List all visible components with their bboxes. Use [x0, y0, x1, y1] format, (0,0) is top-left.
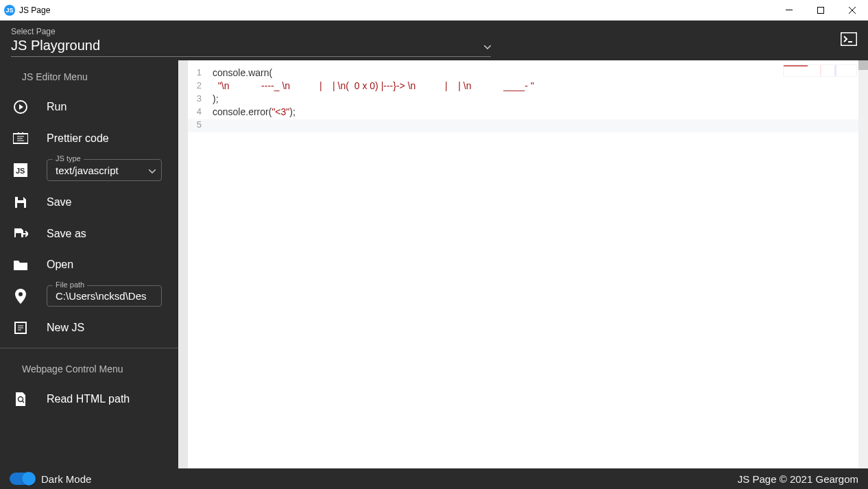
new-file-icon — [12, 321, 29, 335]
svg-rect-0 — [786, 10, 793, 10]
save-icon — [12, 195, 29, 209]
window-titlebar: JS JS Page — [0, 0, 868, 21]
page-select-field[interactable]: JS Playground — [11, 38, 491, 57]
js-type-value: text/javascript — [56, 165, 149, 176]
file-path-value: C:\Users\ncksd\Des — [56, 290, 156, 302]
menu-item-open[interactable]: Open — [0, 250, 178, 280]
js-type-select[interactable]: JS type text/javascript — [47, 159, 162, 181]
line-number: 4 — [188, 106, 213, 119]
line-number: 1 — [188, 67, 213, 80]
menu-label: Save as — [47, 228, 86, 240]
app-header: Select Page JS Playground — [0, 21, 868, 60]
close-button[interactable] — [836, 0, 868, 21]
svg-text:JS: JS — [16, 167, 25, 175]
dark-mode-toggle-wrap: Dark Mode — [10, 473, 91, 485]
menu-label: Open — [47, 259, 73, 271]
maximize-button[interactable] — [805, 0, 836, 21]
footer-copyright: JS Page © 2021 Geargom — [738, 473, 858, 485]
code-line[interactable]: 5 — [188, 119, 868, 132]
dark-mode-switch[interactable] — [10, 473, 34, 485]
js-icon: JS — [12, 163, 29, 177]
editor-minimap[interactable] — [783, 64, 857, 77]
maximize-icon — [817, 7, 824, 14]
code-editor[interactable]: 1 console.warn( 2 "\n ----_ \n | | \n( 0… — [188, 60, 868, 468]
app-icon: JS — [4, 5, 15, 16]
svg-rect-1 — [818, 7, 824, 13]
svg-rect-11 — [17, 203, 24, 208]
code-content: "\n ----_ \n | | \n( 0 x 0) |---}-> \n |… — [213, 80, 534, 93]
js-type-legend: JS type — [53, 154, 84, 163]
line-number: 2 — [188, 80, 213, 93]
main-area: JS Editor Menu Run Prettier code JS JS t… — [0, 60, 868, 468]
minimize-button[interactable] — [773, 0, 805, 21]
svg-rect-2 — [841, 33, 857, 46]
sidebar-divider — [0, 348, 178, 348]
sidebar[interactable]: JS Editor Menu Run Prettier code JS JS t… — [0, 60, 178, 468]
menu-item-prettier[interactable]: Prettier code — [0, 123, 178, 154]
window-title: JS Page — [19, 5, 50, 15]
file-path-input[interactable]: File path C:\Users\ncksd\Des — [47, 285, 162, 307]
svg-rect-13 — [16, 233, 21, 237]
search-file-icon — [12, 392, 29, 407]
menu-item-new-js[interactable]: New JS — [0, 312, 178, 344]
code-line[interactable]: 2 "\n ----_ \n | | \n( 0 x 0) |---}-> \n… — [188, 80, 868, 93]
status-bar: Dark Mode JS Page © 2021 Geargom — [0, 468, 868, 489]
code-content: console.error("<3"); — [213, 106, 296, 119]
menu-label: Prettier code — [47, 132, 109, 145]
minimize-icon — [786, 10, 793, 10]
dark-mode-label: Dark Mode — [41, 473, 91, 485]
code-content: ); — [213, 93, 219, 106]
close-icon — [849, 7, 856, 14]
editor-scrollbar[interactable] — [858, 60, 868, 468]
file-path-row: File path C:\Users\ncksd\Des — [0, 280, 178, 312]
window-controls — [773, 0, 868, 21]
menu-label: Save — [47, 196, 71, 208]
menu-item-save-as[interactable]: Save as — [0, 218, 178, 250]
editor-area: 1 console.warn( 2 "\n ----_ \n | | \n( 0… — [178, 60, 868, 468]
page-select-label: Select Page — [11, 27, 491, 36]
code-line[interactable]: 1 console.warn( — [188, 67, 868, 80]
play-circle-icon — [12, 99, 29, 115]
section-title-webpage: Webpage Control Menu — [0, 353, 178, 383]
menu-item-save[interactable]: Save — [0, 187, 178, 218]
code-line[interactable]: 3 ); — [188, 93, 868, 106]
titlebar-left: JS JS Page — [0, 5, 50, 16]
menu-label: Read HTML path — [47, 393, 130, 405]
svg-point-14 — [19, 292, 23, 296]
save-as-icon — [12, 227, 29, 241]
terminal-button[interactable] — [841, 32, 857, 49]
menu-label: New JS — [47, 322, 84, 334]
line-number: 3 — [188, 93, 213, 106]
page-select[interactable]: Select Page JS Playground — [11, 24, 491, 57]
section-title-editor: JS Editor Menu — [0, 60, 178, 91]
page-select-value: JS Playground — [11, 38, 100, 53]
folder-icon — [12, 259, 29, 271]
file-path-legend: File path — [53, 281, 87, 289]
svg-rect-12 — [18, 197, 23, 200]
code-line[interactable]: 4 console.error("<3"); — [188, 106, 868, 119]
chevron-down-icon — [484, 40, 491, 52]
menu-item-read-html[interactable]: Read HTML path — [0, 383, 178, 416]
menu-item-run[interactable]: Run — [0, 91, 178, 123]
js-type-row: JS JS type text/javascript — [0, 154, 178, 187]
code-content: console.warn( — [213, 67, 272, 80]
chevron-down-icon — [149, 164, 156, 176]
menu-label: Run — [47, 101, 67, 113]
line-number: 5 — [188, 119, 213, 132]
prettier-icon — [12, 132, 29, 145]
location-icon — [12, 289, 29, 304]
